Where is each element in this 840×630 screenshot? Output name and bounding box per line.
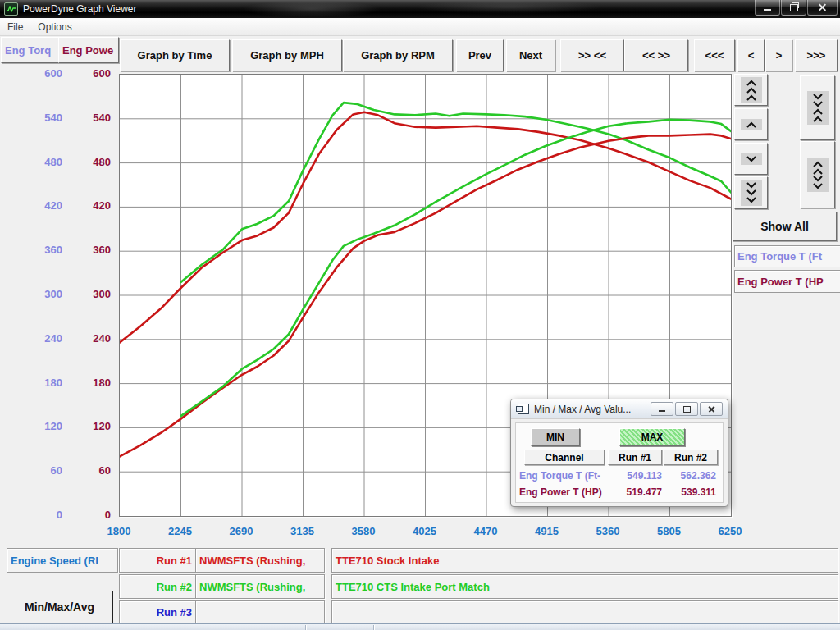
y-tick-label: 120: [93, 420, 111, 432]
y-tick-label: 180: [93, 377, 111, 389]
x-tick-label: 5805: [643, 525, 696, 537]
run2-description-box: TTE710 CTS Intake Port Match: [331, 574, 838, 599]
x-tick-label: 2690: [215, 525, 267, 537]
x-channel-box[interactable]: Engine Speed (RI: [7, 548, 118, 573]
row-run1-value: 549.113: [611, 470, 662, 482]
scroll-far-left-button[interactable]: <<<: [694, 39, 735, 71]
minmax-window-icon: [518, 404, 529, 414]
y-tick-label: 420: [44, 199, 62, 212]
zoom-out-x-button[interactable]: << >>: [624, 39, 688, 71]
restore-icon: [790, 4, 798, 11]
minimize-button[interactable]: [755, 0, 780, 16]
expand-scale-button[interactable]: [800, 141, 835, 208]
x-tick-label: 2245: [154, 525, 207, 537]
dyno-curve: [181, 120, 732, 416]
title-bar: PowerDyne Graph Viewer: [0, 0, 840, 18]
graph-by-time-button[interactable]: Graph by Time: [120, 39, 230, 71]
table-row: Eng Torque T (Ft- 549.113 562.362: [516, 469, 723, 482]
max-toggle-button[interactable]: MAX: [619, 428, 685, 446]
x-tick-label: 1800: [93, 525, 145, 537]
y-tick-label: 240: [44, 332, 62, 345]
prev-button[interactable]: Prev: [456, 39, 504, 71]
y-tick-label: 360: [44, 244, 62, 256]
scale-up-fast-button[interactable]: [734, 74, 768, 106]
close-icon: [818, 3, 827, 12]
minmax-avg-button[interactable]: Min/Max/Avg: [7, 591, 112, 623]
y-tick-label: 600: [44, 67, 62, 80]
status-divider: [305, 625, 306, 630]
row-run2-value: 539.311: [662, 486, 716, 498]
y-tick-label: 540: [44, 112, 62, 124]
minmax-minimize-button[interactable]: [651, 402, 673, 416]
zoom-in-x-button[interactable]: >> <<: [560, 39, 624, 71]
column-header-run1: Run #1: [608, 450, 662, 465]
dyno-curve: [181, 103, 732, 282]
run3-label-box: Run #3: [119, 600, 197, 624]
x-tick-label: 4915: [521, 525, 573, 537]
y-tick-label: 180: [44, 377, 62, 389]
scale-down-button[interactable]: [734, 143, 768, 175]
status-divider: [373, 625, 374, 630]
y-tick-label: 300: [93, 288, 111, 300]
run2-file-box: NWMSFTS (Rushing,: [195, 574, 325, 599]
y-tick-label: 60: [51, 464, 62, 477]
minmax-close-button[interactable]: [700, 402, 723, 416]
restore-icon: [683, 406, 691, 413]
chevrons-inward-icon: [807, 91, 829, 125]
graph-by-mph-button[interactable]: Graph by MPH: [232, 39, 342, 71]
y-tick-label: 480: [93, 156, 111, 168]
restore-button[interactable]: [781, 0, 806, 16]
chevrons-outward-icon: [807, 158, 829, 192]
table-row: Eng Power T (HP) 519.477 539.311: [516, 486, 723, 499]
close-button[interactable]: [807, 0, 838, 16]
minmax-window-body: MIN MAX Channel Run #1 Run #2 Eng Torque…: [515, 422, 724, 503]
minmax-restore-button[interactable]: [675, 402, 698, 416]
channel-eng-power-box[interactable]: Eng Power T (HP: [734, 270, 840, 293]
minmax-window-title: Min / Max / Avg Valu...: [534, 404, 631, 415]
compress-scale-button[interactable]: [800, 75, 835, 140]
column-header-channel: Channel: [524, 450, 605, 465]
y-tick-label: 600: [93, 67, 111, 80]
triple-chevron-up-icon: [741, 77, 762, 103]
x-tick-label: 3580: [337, 525, 390, 537]
y-tick-label: 60: [99, 464, 111, 477]
y-tick-label: 0: [57, 509, 62, 521]
rpm-axis-labels: 1800224526903135358040254470491553605805…: [0, 525, 840, 540]
x-tick-label: 4470: [459, 525, 512, 537]
column-header-run2: Run #2: [664, 450, 718, 465]
y-tick-label: 360: [93, 244, 111, 256]
scale-up-button[interactable]: [734, 108, 768, 140]
y-tick-label: 120: [44, 420, 62, 432]
status-bar: [0, 623, 840, 630]
app-icon: [4, 2, 18, 16]
scale-down-fast-button[interactable]: [734, 176, 768, 209]
run1-description-box: TTE710 Stock Intake: [331, 548, 838, 573]
scroll-far-right-button[interactable]: >>>: [795, 39, 838, 71]
x-tick-label: 3135: [276, 525, 329, 537]
y-tick-label: 240: [93, 332, 111, 345]
minmax-window-titlebar[interactable]: Min / Max / Avg Valu...: [511, 399, 728, 419]
menu-bar: File Options: [0, 18, 840, 36]
y-tick-label: 540: [93, 112, 111, 124]
scroll-left-button[interactable]: <: [737, 39, 765, 71]
triple-chevron-down-icon: [741, 180, 762, 206]
run3-description-box: [331, 600, 838, 624]
run2-label-box: Run #2: [119, 574, 197, 599]
show-all-button[interactable]: Show All: [733, 212, 837, 241]
run1-label-box: Run #1: [119, 548, 197, 573]
powerdyne-window: { "window": { "title": "PowerDyne Graph …: [0, 0, 840, 630]
channel-eng-torque-box[interactable]: Eng Torque T (Ft: [734, 245, 840, 267]
chevron-up-icon: [741, 119, 762, 130]
min-toggle-button[interactable]: MIN: [531, 428, 580, 446]
row-run2-value: 562.362: [662, 470, 716, 482]
x-tick-label: 5360: [582, 525, 634, 537]
x-tick-label: 6250: [704, 525, 756, 537]
next-button[interactable]: Next: [506, 39, 555, 71]
row-channel-label: Eng Power T (HP): [516, 486, 611, 498]
x-tick-label: 4025: [399, 525, 451, 537]
chevron-down-icon: [741, 153, 762, 165]
graph-by-rpm-button[interactable]: Graph by RPM: [343, 39, 453, 71]
row-channel-label: Eng Torque T (Ft-: [516, 470, 611, 482]
y-tick-label: 420: [93, 199, 111, 212]
scroll-right-button[interactable]: >: [765, 39, 792, 71]
